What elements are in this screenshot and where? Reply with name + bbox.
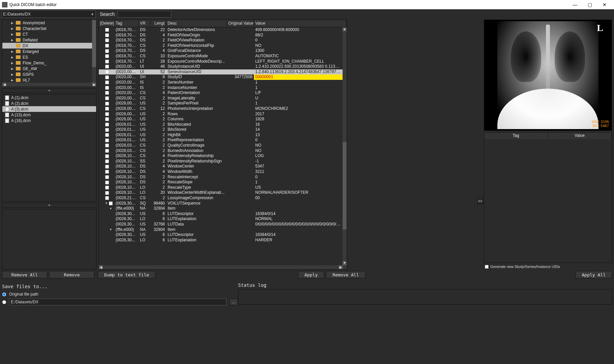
table-row[interactable]: (0018,7034)CS2FieldOfViewHorizontalFlipN… <box>99 43 347 49</box>
delete-checkbox[interactable] <box>105 86 109 90</box>
file-item[interactable]: A (13).dcm <box>2 112 96 118</box>
tree-item[interactable]: ▶HL7 <box>2 77 96 83</box>
apply-button[interactable]: Apply <box>298 271 324 278</box>
chevron-right-icon[interactable]: ▶ <box>11 38 14 42</box>
file-item[interactable]: A (16).dcm <box>2 118 96 123</box>
tree-item[interactable]: ▶Flow_Demo_ <box>2 60 96 66</box>
table-row[interactable]: (0020,0020)CS4PatientOrientationL/F <box>99 90 347 96</box>
tree-item[interactable]: ▶Anonymized <box>2 20 96 26</box>
table-row[interactable]: ▼(fffe,e000)NA32804Item <box>99 227 347 233</box>
file-list[interactable]: A (1).dcmA (2).dcmA (3).dcmA (13).dcmA (… <box>2 94 96 202</box>
tree-item[interactable]: ▶DX <box>2 43 96 49</box>
col-vr[interactable]: VR <box>139 20 151 27</box>
status-log[interactable] <box>238 289 612 305</box>
delete-checkbox[interactable] <box>105 96 109 100</box>
chevron-down-icon[interactable]: ▼ <box>105 202 108 205</box>
delete-checkbox[interactable] <box>105 154 109 158</box>
chevron-right-icon[interactable]: ▶ <box>11 44 14 48</box>
delete-checkbox[interactable] <box>105 149 109 153</box>
table-row[interactable]: (0028,1054)LO2RescaleTypeUS <box>99 185 347 190</box>
delete-checkbox[interactable] <box>105 75 109 79</box>
generate-uids-input[interactable] <box>485 265 489 268</box>
delete-checkbox[interactable] <box>105 107 109 111</box>
scroll-right-icon[interactable]: ▶ <box>339 265 343 269</box>
table-scroll-thumb[interactable] <box>343 142 347 230</box>
scroll-up-icon[interactable]: ▲ <box>343 27 347 31</box>
delete-checkbox[interactable] <box>105 70 109 74</box>
table-row[interactable]: (0028,1052)DS2RescaleIntercept0 <box>99 175 347 180</box>
table-row[interactable]: (0028,0103)US2PixelRepresentation0 <box>99 138 347 143</box>
delete-checkbox[interactable] <box>105 164 109 169</box>
table-row[interactable]: (0028,0102)US2HighBit13 <box>99 132 347 138</box>
table-row[interactable]: (0020,0013)IS2InstanceNumber1 <box>99 85 347 91</box>
delete-checkbox[interactable] <box>105 159 109 163</box>
table-row[interactable]: (0028,30...LO6LUTExplanationNORMAL <box>99 216 347 222</box>
table-row[interactable]: (0028,2110)CS2LossyImageCompression00 <box>99 195 347 201</box>
table-row[interactable]: (0018,7060)CS10ExposureControlModeAUTOMA… <box>99 54 347 59</box>
table-row[interactable]: (0028,1040)CS4PixelIntensityRelationship… <box>99 153 347 159</box>
delete-checkbox[interactable] <box>105 170 109 174</box>
delete-checkbox[interactable] <box>105 33 109 37</box>
col-length[interactable]: Lengt <box>151 20 166 27</box>
delete-checkbox[interactable] <box>105 196 109 200</box>
delete-checkbox[interactable] <box>105 144 109 148</box>
delete-checkbox[interactable] <box>105 180 109 184</box>
table-row[interactable]: (0028,1053)DS2RescaleSlope1 <box>99 180 347 185</box>
table-row[interactable]: (0020,0062)CS2ImageLateralityU <box>99 96 347 101</box>
col-desc[interactable]: Desc <box>166 20 227 27</box>
table-row[interactable]: (0018,7026)DS22DetectorActiveDimensions4… <box>99 27 347 33</box>
table-row[interactable]: (0028,30...US6LUTDescriptor16384/0/14 <box>99 211 347 217</box>
delete-checkbox[interactable] <box>105 112 109 116</box>
value-col-value[interactable]: Value <box>548 132 612 139</box>
dump-button[interactable]: Dump to text file <box>98 271 155 278</box>
delete-checkbox[interactable] <box>105 101 109 105</box>
table-row[interactable]: (0028,30...US6LUTDescriptor16384/0/14 <box>99 232 347 238</box>
table-body[interactable]: (0018,7026)DS22DetectorActiveDimensions4… <box>99 27 347 269</box>
delete-checkbox[interactable] <box>105 186 109 190</box>
chevron-right-icon[interactable]: ▶ <box>11 73 14 76</box>
save-path-input[interactable] <box>9 299 227 305</box>
browse-path-button[interactable]: … <box>229 299 238 305</box>
scroll-down-icon[interactable]: ▼ <box>343 261 347 265</box>
chevron-right-icon[interactable]: ▶ <box>11 27 14 30</box>
save-original-radio[interactable]: Original file path <box>2 292 238 297</box>
chevron-down-icon[interactable]: ▼ <box>91 12 94 16</box>
tree-item[interactable]: ▶GE_AW <box>2 66 96 71</box>
image-preview[interactable]: L WW: 3195 WC: 5467 <box>484 20 612 131</box>
expand-button[interactable]: >> <box>477 198 483 204</box>
table-row[interactable]: (0020,0010)SH8StudyID3477250800000001 <box>99 74 347 80</box>
delete-checkbox[interactable] <box>105 65 109 69</box>
table-row[interactable]: (0018,7030)DS4FieldOfViewOrigin88/2 <box>99 33 347 38</box>
tree-item[interactable]: ▶CharacterSet <box>2 26 96 31</box>
col-orig[interactable]: Original Value <box>227 20 254 27</box>
minimize-button[interactable]: — <box>567 0 582 9</box>
table-row[interactable]: (0028,0300)CS2QualityControlImageNO <box>99 143 347 148</box>
table-scrollbar-h[interactable]: ◀ ▶ <box>99 265 347 269</box>
save-original-input[interactable] <box>2 292 6 296</box>
tree-scrollbar-v[interactable] <box>92 20 96 87</box>
add-folder-button[interactable]: + <box>2 88 96 93</box>
delete-checkbox[interactable] <box>105 91 109 95</box>
file-item[interactable]: A (3).dcm <box>2 106 96 112</box>
table-row[interactable]: (0028,0011)US2Columns1828 <box>99 117 347 122</box>
table-row[interactable]: ▼(0028,3010)SQ98460VOILUTSequence <box>99 201 347 206</box>
tree-scrollbar-h[interactable]: ◀ ▶ <box>2 83 96 87</box>
chevron-right-icon[interactable]: ▶ <box>11 56 14 59</box>
value-col-tag[interactable]: Tag <box>484 132 548 139</box>
delete-checkbox[interactable] <box>105 191 109 195</box>
save-custom-input[interactable] <box>2 300 6 304</box>
scroll-right-icon[interactable]: ▶ <box>92 83 96 87</box>
delete-checkbox[interactable] <box>105 81 109 85</box>
delete-checkbox[interactable] <box>105 49 109 53</box>
tree-item[interactable]: ▶ES <box>2 54 96 60</box>
table-row[interactable]: (0020,000d)UI46StudyInstanceUID1.2.410.2… <box>99 64 347 69</box>
chevron-right-icon[interactable]: ▶ <box>11 21 14 25</box>
tree-scroll-thumb[interactable] <box>92 20 96 67</box>
scroll-left-icon[interactable]: ◀ <box>2 83 6 87</box>
col-value[interactable]: Value <box>254 20 347 27</box>
chevron-right-icon[interactable]: ▶ <box>11 79 14 82</box>
delete-checkbox[interactable] <box>105 38 109 42</box>
add-file-button[interactable]: + <box>2 203 96 208</box>
tree-item[interactable]: ▶Enlarged <box>2 49 96 54</box>
col-delete[interactable]: [Delete] <box>99 20 114 27</box>
